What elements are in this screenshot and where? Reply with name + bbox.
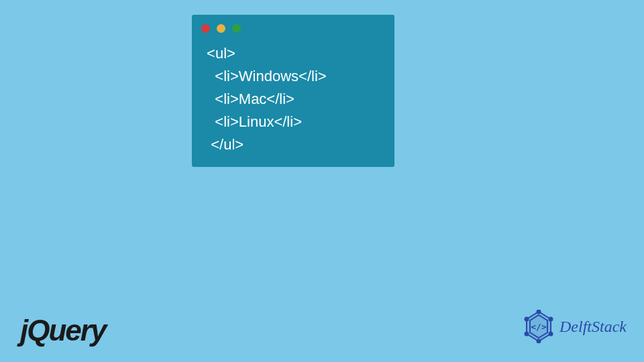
code-line: </ul> [203, 133, 384, 156]
svg-point-6 [537, 340, 541, 343]
delftstack-text: DelftStack [559, 318, 627, 336]
code-window: <ul> <li>Windows</li> <li>Mac</li> <li>L… [192, 15, 394, 167]
code-line: <ul> [203, 42, 384, 65]
delftstack-logo: </> DelftStack [522, 310, 627, 343]
close-dot-icon [201, 24, 210, 33]
code-block: <ul> <li>Windows</li> <li>Mac</li> <li>L… [192, 40, 394, 156]
svg-point-7 [525, 333, 529, 336]
window-controls [192, 15, 394, 40]
code-line: <li>Windows</li> [203, 65, 384, 88]
code-line: <li>Mac</li> [203, 88, 384, 111]
maximize-dot-icon [232, 24, 241, 33]
delftstack-icon: </> [522, 310, 555, 343]
code-line: <li>Linux</li> [203, 111, 384, 133]
svg-point-3 [537, 310, 541, 314]
jquery-logo: jQuery [20, 314, 105, 347]
minimize-dot-icon [217, 24, 225, 33]
svg-point-8 [525, 318, 529, 321]
svg-text:</>: </> [531, 322, 547, 332]
svg-point-4 [549, 318, 553, 321]
svg-point-5 [549, 333, 553, 336]
